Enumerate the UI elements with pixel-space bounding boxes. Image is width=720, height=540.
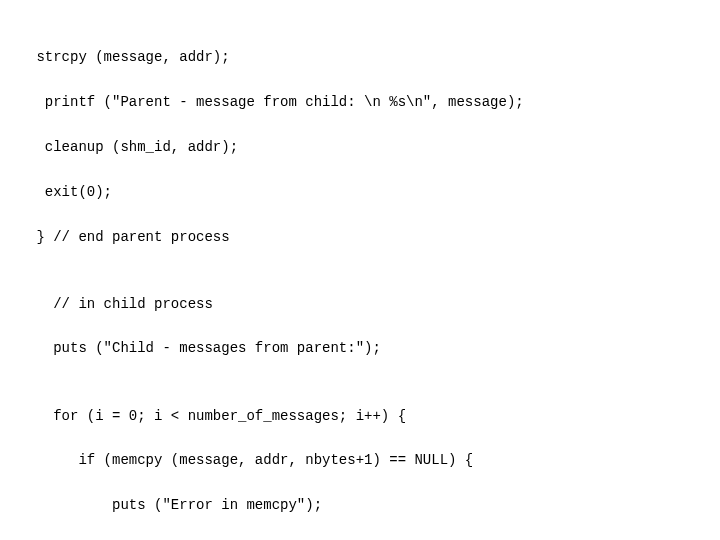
code-block: strcpy (message, addr); printf ("Parent … [0, 0, 720, 540]
code-line: strcpy (message, addr); [28, 46, 720, 68]
code-line: } // end parent process [28, 226, 720, 248]
code-line: if (memcpy (message, addr, nbytes+1) == … [28, 449, 720, 471]
code-line: cleanup (shm_id, addr); [28, 136, 720, 158]
code-line: for (i = 0; i < number_of_messages; i++)… [28, 405, 720, 427]
code-line: printf ("Parent - message from child: \n… [28, 91, 720, 113]
code-line: puts ("Child - messages from parent:"); [28, 337, 720, 359]
code-line: puts ("Error in memcpy"); [28, 494, 720, 516]
code-line: // in child process [28, 293, 720, 315]
code-line: exit(0); [28, 181, 720, 203]
